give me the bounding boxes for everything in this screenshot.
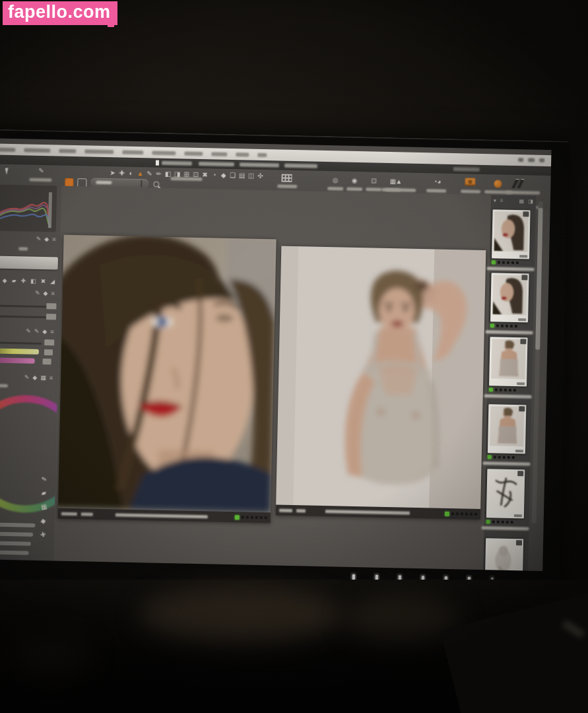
toolbar-action-icon[interactable]: ◎ [331,176,339,184]
rating-star[interactable] [506,521,509,524]
side-tool-icon[interactable]: ✎ [41,475,48,483]
brush-tool-icon[interactable]: ✎ [38,167,46,175]
toolbar-tool-icon[interactable]: ❏ [228,172,236,180]
rating-star[interactable] [497,521,500,524]
filmstrip-thumbnail[interactable] [484,538,525,571]
rating-star[interactable] [496,324,499,327]
menu-bar-status-icons[interactable] [518,158,544,162]
rating-dot[interactable] [255,516,258,519]
side-tool-icon[interactable]: ▦ [40,503,48,511]
filmstrip-header[interactable]: ▾ ≡ ▦ ◨ [491,197,536,205]
filmstrip-thumbnail[interactable] [492,209,533,271]
rating-star[interactable] [501,325,504,327]
gray-slider-bar[interactable] [0,541,31,546]
rating-group[interactable] [445,511,477,516]
gray-slider-bar[interactable] [0,531,33,537]
toolbar-tool-icon[interactable]: ➤ [109,169,117,177]
pin-icon[interactable]: ◆ [44,236,49,242]
rating-group[interactable] [235,515,267,520]
filmstrip-thumbnail[interactable] [490,273,531,334]
rating-star[interactable] [513,389,516,391]
rating-star[interactable] [509,389,511,391]
thumbnail-rating-row[interactable] [492,260,531,265]
menu-item-blurred[interactable] [257,153,267,156]
warning-tool-icon[interactable]: ▲ [395,178,403,186]
rating-star[interactable] [494,456,496,458]
thumbnail-card[interactable] [490,273,529,322]
thumbnail-rating-row[interactable] [490,323,530,328]
rating-star[interactable] [507,261,509,264]
side-tool-icon[interactable]: ▰ [41,489,48,497]
menu-item-blurred[interactable] [211,152,227,156]
local-adjust-tools[interactable]: ✎ ◆ ▰ ✚ ◧ ✖ ◢ [0,277,55,285]
gray-slider-bar[interactable] [0,550,29,555]
more-icon[interactable]: ◨ [528,198,533,205]
grad-icon[interactable]: ◢ [50,278,55,285]
rating-dot[interactable] [456,512,459,515]
menu-status-icon[interactable] [518,158,523,162]
rating-dot[interactable] [246,516,249,519]
color-editor-tools[interactable]: ✎✎◆≡ [7,327,53,335]
menu-item-blurred[interactable] [24,148,50,153]
rating-star[interactable] [516,261,519,264]
panel-section-header[interactable] [0,255,58,269]
menu-item-blurred[interactable] [84,149,114,154]
rating-star[interactable] [506,325,508,327]
sort-icon[interactable]: ≡ [500,198,504,205]
rating-star[interactable] [507,456,510,459]
rating-star[interactable] [511,261,514,264]
erase-icon[interactable]: ✖ [41,278,46,285]
rating-dot[interactable] [265,516,267,519]
browser-grid-icon[interactable] [281,174,292,182]
magnifier-icon[interactable] [153,182,159,187]
lightness-gradient-slider[interactable] [0,357,35,364]
menu-item-blurred[interactable] [122,150,143,154]
side-tool-icon[interactable]: ◆ [40,517,48,525]
adjustments-icon[interactable] [512,179,524,187]
add-icon[interactable]: ✚ [21,277,26,284]
thumbnail-rating-row[interactable] [488,455,527,459]
thumbnail-card[interactable] [488,404,527,454]
side-tool-icon[interactable]: ✚ [40,531,47,539]
rating-star[interactable] [515,325,517,327]
rating-dot[interactable] [260,516,263,519]
rating-star[interactable] [510,325,513,327]
rect-icon[interactable]: ▰ [12,277,16,284]
thumbnail-card[interactable] [492,209,531,259]
rating-dot[interactable] [465,513,468,516]
menu-item-blurred[interactable] [0,147,15,152]
menu-item-blurred[interactable] [184,151,203,156]
more-icon[interactable]: ≡ [52,236,55,242]
thumbnail-card[interactable] [485,538,524,571]
sub-tools[interactable]: ✎◆≡ [19,289,55,296]
histogram-tools[interactable]: ✎ ◆ ≡ [16,235,55,242]
thumbnail-rating-row[interactable] [489,388,529,392]
menu-status-icon[interactable] [539,158,544,162]
filter-icon[interactable]: ▾ [494,197,496,204]
filmstrip-thumbnail[interactable] [486,469,527,530]
thumbnail-card[interactable] [489,337,528,386]
toolbar-tool-icon[interactable]: ◐ [127,170,135,178]
rating-dot[interactable] [474,513,477,516]
toolbar-tool-icon[interactable]: ◫ [247,172,255,180]
shape-icon[interactable]: ◆ [3,277,7,284]
filmstrip-thumbnail[interactable] [488,404,529,465]
toolbar-tool-icon[interactable]: ✚ [118,169,126,177]
toolbar-tool-icon[interactable]: ▲ [137,170,145,178]
menu-item-blurred[interactable] [152,151,176,155]
rating-star[interactable] [498,261,500,263]
rating-dot[interactable] [451,512,454,515]
menu-item-blurred[interactable] [236,153,249,156]
rating-star[interactable] [502,261,505,264]
output-icon[interactable]: ◔◕ [429,178,445,186]
rating-dot[interactable] [242,516,244,518]
saturation-gradient-slider[interactable] [0,348,39,355]
capture-icon[interactable] [465,178,475,186]
rating-dot[interactable] [470,513,473,516]
rating-star[interactable] [503,456,506,459]
rating-star[interactable] [504,389,507,391]
menu-item-blurred[interactable] [59,149,76,153]
rating-star[interactable] [512,456,515,459]
thumbnail-card[interactable] [486,469,525,518]
color-tag-icon[interactable] [494,180,502,187]
